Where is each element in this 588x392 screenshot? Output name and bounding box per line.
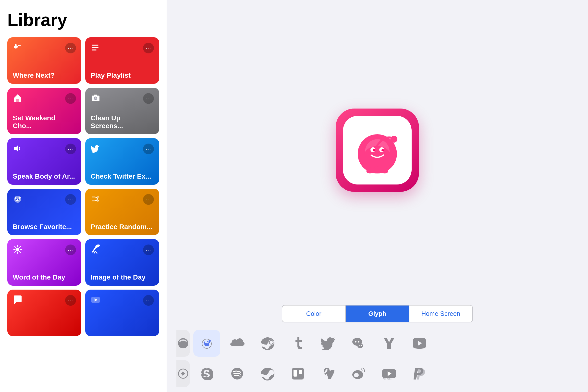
svg-point-54 (208, 342, 210, 343)
shortcut-card-browse-favorite[interactable]: ··· Browse Favorite... (7, 189, 81, 235)
browse-favorite-more-btn[interactable]: ··· (65, 194, 76, 205)
card-top: ··· (13, 43, 76, 55)
youtube-icon (91, 295, 100, 307)
icon-steam[interactable] (254, 330, 281, 357)
sun-icon (13, 244, 22, 256)
svg-rect-3 (92, 47, 98, 48)
clean-up-label: Clean Up Screens... (91, 114, 154, 130)
icon-twitter-glyph[interactable] (315, 330, 342, 357)
svg-point-53 (204, 342, 205, 343)
svg-point-60 (361, 345, 362, 346)
set-weekend-more-btn[interactable]: ··· (65, 93, 76, 104)
telescope-icon (91, 244, 100, 256)
card-top: ··· (13, 295, 76, 307)
svg-point-7 (94, 97, 96, 99)
shuffle-icon (91, 194, 100, 206)
icon-reddit[interactable] (193, 330, 220, 357)
svg-point-18 (16, 248, 19, 251)
card-top: ··· (91, 194, 154, 206)
bottom-left-more-btn[interactable]: ··· (65, 295, 76, 306)
tab-home-screen[interactable]: Home Screen (410, 306, 472, 322)
icon-steam2[interactable] (254, 360, 281, 387)
camera-icon (91, 93, 100, 105)
set-weekend-label: Set Weekend Cho... (13, 114, 76, 130)
icon-hacker-news[interactable] (376, 330, 402, 357)
icon-trello[interactable] (284, 360, 312, 387)
library-panel: Library ··· Where Next? (0, 0, 166, 392)
icon-weibo[interactable] (345, 360, 372, 387)
icon-youtube-play[interactable] (406, 330, 433, 357)
svg-rect-4 (92, 50, 96, 50)
card-top: ··· (91, 144, 154, 156)
icon-tumblr[interactable] (284, 330, 312, 357)
tab-bar: Color Glyph Home Screen (282, 305, 473, 322)
icon-spotify[interactable] (224, 360, 251, 387)
svg-point-57 (355, 341, 356, 342)
card-top: ··· (13, 244, 76, 256)
icon-wechat[interactable] (345, 330, 372, 357)
svg-text:You: You (383, 378, 386, 380)
play-playlist-label: Play Playlist (91, 72, 154, 80)
svg-point-55 (269, 340, 273, 344)
shortcut-card-bottom-left[interactable]: ··· (7, 290, 81, 336)
shortcut-card-play-playlist[interactable]: ··· Play Playlist (85, 37, 159, 84)
shortcut-card-clean-up[interactable]: ··· Clean Up Screens... (85, 88, 159, 134)
svg-rect-5 (16, 99, 19, 102)
shortcut-card-check-twitter[interactable]: ··· Check Twitter Ex... (85, 138, 159, 185)
library-title: Library (7, 10, 159, 30)
svg-marker-8 (14, 145, 18, 152)
image-of-day-more-btn[interactable]: ··· (143, 244, 154, 255)
shortcut-card-practice-random[interactable]: ··· Practice Random... (85, 189, 159, 235)
where-next-icon (13, 43, 22, 55)
icon-skype[interactable] (193, 360, 220, 387)
tab-color[interactable]: Color (282, 306, 346, 322)
word-of-day-label: Word of the Day (13, 274, 76, 281)
check-twitter-more-btn[interactable]: ··· (143, 144, 154, 154)
clean-up-more-btn[interactable]: ··· (143, 93, 154, 104)
play-playlist-more-btn[interactable]: ··· (143, 43, 154, 54)
partial-icon-row2 (176, 360, 190, 387)
card-top: ··· (91, 43, 154, 55)
where-next-more-btn[interactable]: ··· (65, 43, 76, 54)
partial-icon-row1 (176, 330, 190, 357)
shortcut-card-bottom-right[interactable]: ··· (85, 290, 159, 336)
icon-soundcloud[interactable] (224, 330, 251, 357)
card-top: ··· (13, 194, 76, 206)
svg-point-43 (382, 149, 384, 152)
browse-favorite-label: Browse Favorite... (13, 223, 76, 231)
bottom-area: Color Glyph Home Screen (166, 300, 588, 392)
svg-point-50 (204, 343, 206, 344)
shortcut-card-speak-body[interactable]: ··· Speak Body of Ar... (7, 138, 81, 185)
svg-point-12 (16, 199, 17, 200)
svg-line-25 (20, 246, 20, 248)
svg-line-26 (15, 251, 16, 252)
svg-line-24 (20, 251, 20, 252)
icon-paypal[interactable] (406, 360, 433, 387)
reddit-preview-svg (340, 114, 414, 187)
practice-random-more-btn[interactable]: ··· (143, 194, 154, 205)
svg-point-1 (15, 44, 17, 46)
svg-line-30 (94, 251, 95, 253)
svg-point-16 (15, 197, 16, 199)
card-top: ··· (91, 244, 154, 256)
svg-text:Tube: Tube (387, 378, 392, 380)
word-of-day-more-btn[interactable]: ··· (65, 244, 76, 255)
svg-point-58 (358, 341, 360, 342)
icon-vimeo[interactable] (315, 360, 342, 387)
home-icon (13, 93, 22, 105)
shortcut-card-word-of-day[interactable]: ··· Word of the Day (7, 239, 81, 286)
shortcut-card-set-weekend[interactable]: ··· Set Weekend Cho... (7, 88, 81, 134)
shortcuts-grid: ··· Where Next? ··· Play Playlist (7, 37, 159, 336)
playlist-icon (91, 43, 100, 55)
svg-point-59 (360, 345, 360, 346)
icon-preview-area (166, 0, 588, 300)
speak-body-more-btn[interactable]: ··· (65, 144, 76, 154)
shortcut-card-where-next[interactable]: ··· Where Next? (7, 37, 81, 84)
tab-glyph[interactable]: Glyph (346, 306, 409, 322)
shortcut-card-image-of-day[interactable]: ··· Image of the Day (85, 239, 159, 286)
chat-icon (13, 295, 22, 307)
svg-point-42 (373, 149, 375, 152)
speaker-icon (13, 144, 22, 156)
bottom-right-more-btn[interactable]: ··· (143, 295, 154, 306)
icon-youtube[interactable]: You Tube (376, 360, 402, 387)
